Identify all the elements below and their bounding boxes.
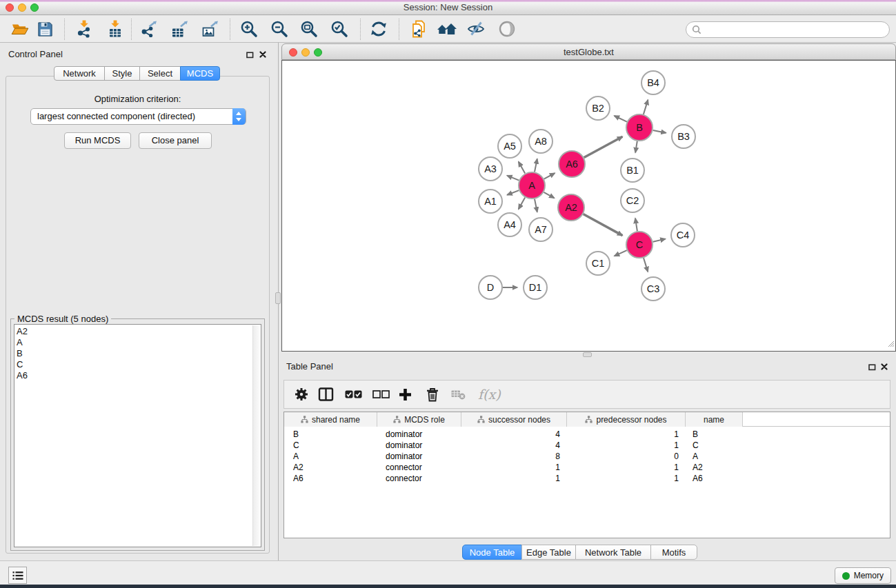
table-row[interactable]: A6connector11A6 <box>284 473 890 484</box>
close-panel-icon[interactable] <box>879 362 889 372</box>
mcds-result-item[interactable]: A6 <box>17 370 261 381</box>
column-header-name[interactable]: name <box>686 412 743 427</box>
search-input[interactable] <box>705 23 889 36</box>
minimize-traffic-light[interactable] <box>18 3 26 12</box>
node-A2[interactable]: A2 <box>558 194 584 221</box>
zoom-selected-icon[interactable] <box>330 19 349 39</box>
tab-edge-table[interactable]: Edge Table <box>521 545 576 560</box>
close-traffic-light[interactable] <box>6 3 14 12</box>
node-B4[interactable]: B4 <box>641 71 665 94</box>
edge-A-A7[interactable] <box>535 199 537 212</box>
table-row[interactable]: Bdominator41B <box>284 429 890 440</box>
edge-A-A6[interactable] <box>544 173 555 179</box>
node-A8[interactable]: A8 <box>529 130 552 153</box>
float-panel-icon[interactable] <box>245 50 255 60</box>
node-A3[interactable]: A3 <box>479 157 502 181</box>
export-network-icon[interactable] <box>140 19 159 39</box>
home-icon[interactable] <box>436 19 458 39</box>
node-table[interactable]: shared nameMCDS rolesuccessor nodesprede… <box>283 412 890 538</box>
show-all-eye-icon[interactable] <box>497 19 517 39</box>
node-A7[interactable]: A7 <box>529 218 552 241</box>
import-network-icon[interactable] <box>74 19 94 39</box>
mcds-result-item[interactable]: B <box>17 348 261 359</box>
float-panel-icon[interactable] <box>867 363 877 372</box>
table-row[interactable]: A2connector11A2 <box>284 462 890 473</box>
node-B2[interactable]: B2 <box>586 97 610 120</box>
node-A[interactable]: A <box>519 172 545 199</box>
delete-column-trash-icon[interactable] <box>426 381 439 408</box>
edge-B-B4[interactable] <box>644 100 648 114</box>
hide-selected-eye-slash-icon[interactable] <box>466 19 486 39</box>
node-B1[interactable]: B1 <box>621 159 644 182</box>
run-mcds-button[interactable]: Run MCDS <box>64 132 131 149</box>
node-C[interactable]: C <box>626 232 653 258</box>
split-view-icon[interactable] <box>318 381 334 408</box>
function-builder-icon[interactable]: f(x) <box>478 381 501 408</box>
zoom-out-icon[interactable] <box>270 19 289 39</box>
import-table-icon[interactable] <box>106 19 125 39</box>
resize-grip-icon[interactable] <box>886 338 895 350</box>
node-A4[interactable]: A4 <box>498 213 521 236</box>
column-header-successor-nodes[interactable]: successor nodes <box>461 412 567 427</box>
zoom-fit-icon[interactable] <box>299 19 319 39</box>
table-settings-gear-icon[interactable] <box>294 381 309 408</box>
close-panel-button[interactable]: Close panel <box>139 132 212 149</box>
column-header-shared-name[interactable]: shared name <box>284 412 377 427</box>
minimize-traffic-light[interactable] <box>301 48 310 57</box>
refresh-icon[interactable] <box>369 19 388 39</box>
close-panel-icon[interactable] <box>258 50 268 59</box>
tab-network-table[interactable]: Network Table <box>575 545 651 560</box>
edge-B-B2[interactable] <box>615 116 627 122</box>
zoom-in-icon[interactable] <box>239 19 259 39</box>
mcds-result-item[interactable]: A2 <box>17 326 261 337</box>
deselect-all-icon[interactable] <box>372 381 390 408</box>
horizontal-splitter-grip[interactable] <box>583 352 592 357</box>
delete-table-icon[interactable] <box>451 381 466 408</box>
vertical-splitter-grip[interactable] <box>275 292 281 304</box>
memory-button[interactable]: Memory <box>835 567 891 584</box>
edge-A-A3[interactable] <box>507 176 519 181</box>
mcds-result-list[interactable]: A2ABCA6 <box>14 324 261 547</box>
edge-C-C3[interactable] <box>644 258 648 272</box>
task-history-button[interactable] <box>8 567 27 584</box>
result-scrollbar[interactable] <box>252 325 260 546</box>
mcds-result-item[interactable]: C <box>17 359 261 370</box>
tab-mcds[interactable]: MCDS <box>180 66 220 81</box>
node-B[interactable]: B <box>626 114 653 141</box>
node-C4[interactable]: C4 <box>671 223 695 247</box>
column-header-MCDS-role[interactable]: MCDS role <box>377 412 461 427</box>
edge-A-A2[interactable] <box>544 192 554 199</box>
table-row[interactable]: Adominator80A <box>284 451 890 462</box>
edge-A-A8[interactable] <box>535 159 537 172</box>
node-A1[interactable]: A1 <box>479 190 502 213</box>
close-traffic-light[interactable] <box>289 48 297 57</box>
edge-C-C2[interactable] <box>635 219 637 232</box>
node-A6[interactable]: A6 <box>559 151 585 177</box>
edge-A6-B[interactable] <box>584 136 623 157</box>
edge-B-B1[interactable] <box>635 141 637 153</box>
export-table-icon[interactable] <box>170 19 190 39</box>
node-C3[interactable]: C3 <box>641 277 665 301</box>
edge-A-A1[interactable] <box>507 190 519 195</box>
edge-A-A4[interactable] <box>519 197 525 209</box>
maximize-traffic-light[interactable] <box>30 3 39 12</box>
edge-A2-C[interactable] <box>584 214 623 236</box>
node-C2[interactable]: C2 <box>621 189 644 212</box>
select-all-icon[interactable] <box>345 381 362 408</box>
table-row[interactable]: Cdominator41C <box>284 440 890 451</box>
copy-network-icon[interactable] <box>409 19 428 39</box>
mcds-result-item[interactable]: A <box>17 337 261 348</box>
network-canvas[interactable]: B4B2BB3A8A5A6B1A3AA1C2A2A4A7C4CC1C3DD1 <box>281 60 896 352</box>
node-B3[interactable]: B3 <box>672 125 695 148</box>
edge-C-C1[interactable] <box>615 250 627 256</box>
add-column-plus-icon[interactable] <box>399 381 412 408</box>
edge-A-A5[interactable] <box>519 162 525 174</box>
tab-network[interactable]: Network <box>54 66 105 81</box>
criterion-dropdown[interactable]: largest connected component (directed) <box>30 108 246 125</box>
edge-C-C4[interactable] <box>653 239 666 242</box>
tab-style[interactable]: Style <box>104 66 140 81</box>
search-box[interactable] <box>686 21 890 38</box>
tab-motifs[interactable]: Motifs <box>650 545 697 560</box>
network-window-titlebar[interactable]: testGlobe.txt <box>281 43 896 60</box>
column-header-predecessor-nodes[interactable]: predecessor nodes <box>567 412 686 427</box>
